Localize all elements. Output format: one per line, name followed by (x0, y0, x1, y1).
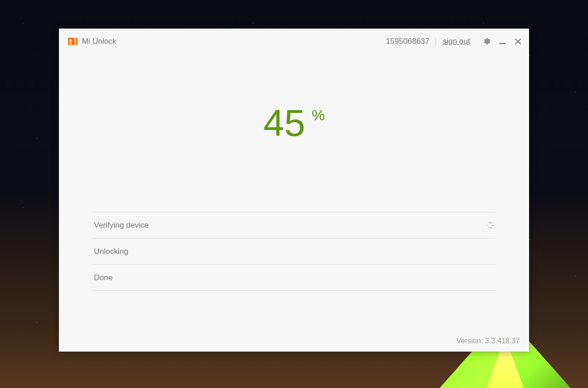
mi-logo-icon (68, 36, 78, 47)
account-id: 1595068637 (386, 37, 437, 46)
progress-display: 45 % (59, 104, 529, 142)
steps-list: Verifying device Unlocking (92, 212, 496, 291)
svg-rect-5 (499, 43, 506, 44)
svg-line-11 (491, 228, 492, 229)
app-window: Mi Unlock 1595068637 sign out (59, 29, 529, 352)
step-unlocking: Unlocking (92, 238, 496, 265)
spinner-icon (486, 221, 494, 229)
step-done: Done (92, 265, 496, 291)
progress-value: 45 (263, 104, 305, 142)
svg-line-9 (491, 223, 492, 223)
titlebar: Mi Unlock 1595068637 sign out (59, 29, 529, 54)
version-label: Version: 3.3.418.37 (456, 337, 520, 345)
svg-rect-3 (70, 41, 71, 45)
sign-out-link[interactable]: sign out (442, 37, 470, 46)
svg-rect-4 (76, 38, 77, 45)
minimize-icon[interactable] (499, 38, 506, 45)
step-label: Verifying device (94, 221, 149, 230)
svg-line-15 (488, 223, 489, 223)
settings-icon[interactable] (483, 38, 490, 45)
app-title: Mi Unlock (82, 37, 116, 46)
progress-unit: % (312, 107, 325, 124)
svg-line-13 (488, 228, 489, 229)
step-label: Done (94, 273, 113, 282)
step-verifying: Verifying device (92, 212, 496, 238)
close-icon[interactable] (514, 38, 522, 45)
step-label: Unlocking (94, 247, 128, 256)
